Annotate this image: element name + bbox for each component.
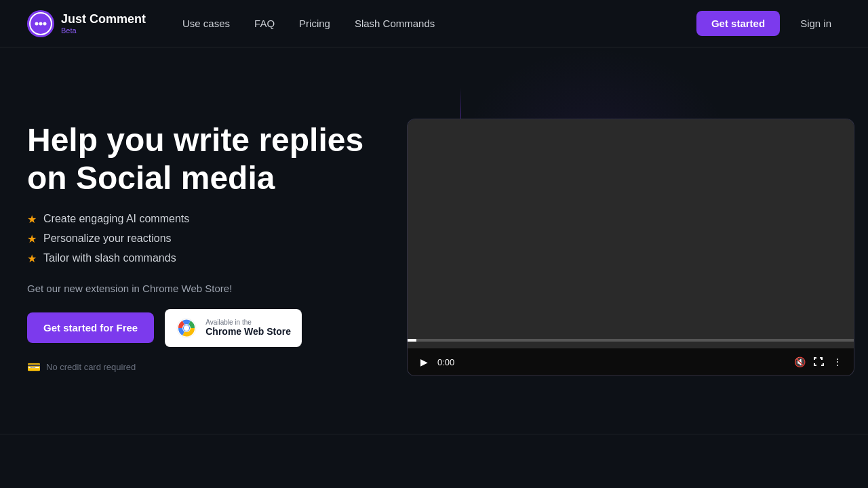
brand-logo-link[interactable]: Just Comment Beta	[27, 10, 146, 37]
chrome-logo-icon	[176, 317, 197, 339]
video-player	[408, 119, 854, 375]
feature-item-1: ★ Create engaging AI comments	[27, 213, 380, 226]
nav-link-pricing[interactable]: Pricing	[290, 12, 340, 35]
feature-item-2: ★ Personalize your reactions	[27, 232, 380, 245]
fullscreen-icon	[813, 357, 824, 367]
sign-in-button[interactable]: Sign in	[791, 11, 841, 36]
nav-link-faq[interactable]: FAQ	[245, 12, 284, 35]
video-progress-bar[interactable]	[408, 339, 854, 342]
video-controls-row: ▶ 0:00 🔇 ⋮	[416, 354, 846, 370]
hero-buttons: Get started for Free	[27, 309, 380, 347]
hero-title: Help you write replies on Social media	[27, 121, 380, 196]
hero-section: Help you write replies on Social media ★…	[0, 47, 868, 434]
no-credit-card-note: 💳 No credit card required	[27, 361, 380, 373]
video-fullscreen-button[interactable]	[810, 354, 827, 370]
video-container: ▶ 0:00 🔇 ⋮	[407, 119, 854, 376]
feature-text-1: Create engaging AI comments	[43, 213, 189, 225]
brand-beta-badge: Beta	[61, 26, 146, 35]
feature-text-3: Tailor with slash commands	[43, 252, 176, 264]
video-controls-right: 🔇 ⋮	[791, 354, 846, 370]
hero-left: Help you write replies on Social media ★…	[27, 121, 380, 373]
nav-link-use-cases[interactable]: Use cases	[173, 12, 239, 35]
svg-point-2	[35, 22, 39, 25]
video-progress-fill	[408, 339, 416, 342]
credit-card-icon: 💳	[27, 361, 41, 373]
navbar-right: Get started Sign in	[696, 11, 841, 36]
video-play-button[interactable]: ▶	[416, 354, 432, 370]
hero-features-list: ★ Create engaging AI comments ★ Personal…	[27, 213, 380, 265]
hero-cta-text: Get our new extension in Chrome Web Stor…	[27, 283, 380, 294]
svg-point-4	[43, 22, 47, 25]
feature-text-2: Personalize your reactions	[43, 232, 172, 245]
svg-point-3	[39, 22, 43, 25]
video-controls: ▶ 0:00 🔇 ⋮	[408, 348, 854, 375]
video-time: 0:00	[437, 357, 454, 367]
get-started-free-button[interactable]: Get started for Free	[27, 312, 154, 343]
brand-logo-icon	[27, 10, 54, 37]
navbar: Just Comment Beta Use cases FAQ Pricing …	[0, 0, 868, 47]
star-icon-2: ★	[27, 232, 37, 245]
feature-item-3: ★ Tailor with slash commands	[27, 252, 380, 265]
get-started-nav-button[interactable]: Get started	[696, 11, 780, 36]
chrome-badge-available: Available in the	[205, 319, 291, 326]
bottom-bar	[0, 434, 868, 488]
svg-point-9	[184, 325, 189, 331]
no-credit-card-text: No credit card required	[46, 362, 136, 372]
brand-name: Just Comment	[61, 12, 146, 27]
chrome-store-badge[interactable]: Available in the Chrome Web Store	[165, 309, 302, 347]
chrome-badge-text: Available in the Chrome Web Store	[205, 319, 291, 337]
chrome-badge-store-name: Chrome Web Store	[205, 326, 291, 337]
navbar-left: Just Comment Beta Use cases FAQ Pricing …	[27, 10, 444, 37]
video-mute-button[interactable]: 🔇	[791, 354, 808, 370]
star-icon-3: ★	[27, 252, 37, 265]
brand-text: Just Comment Beta	[61, 12, 146, 35]
hero-right: ▶ 0:00 🔇 ⋮	[407, 119, 854, 376]
video-more-button[interactable]: ⋮	[829, 354, 846, 370]
star-icon-1: ★	[27, 213, 37, 226]
nav-link-slash-commands[interactable]: Slash Commands	[345, 12, 444, 35]
nav-links: Use cases FAQ Pricing Slash Commands	[173, 12, 444, 35]
